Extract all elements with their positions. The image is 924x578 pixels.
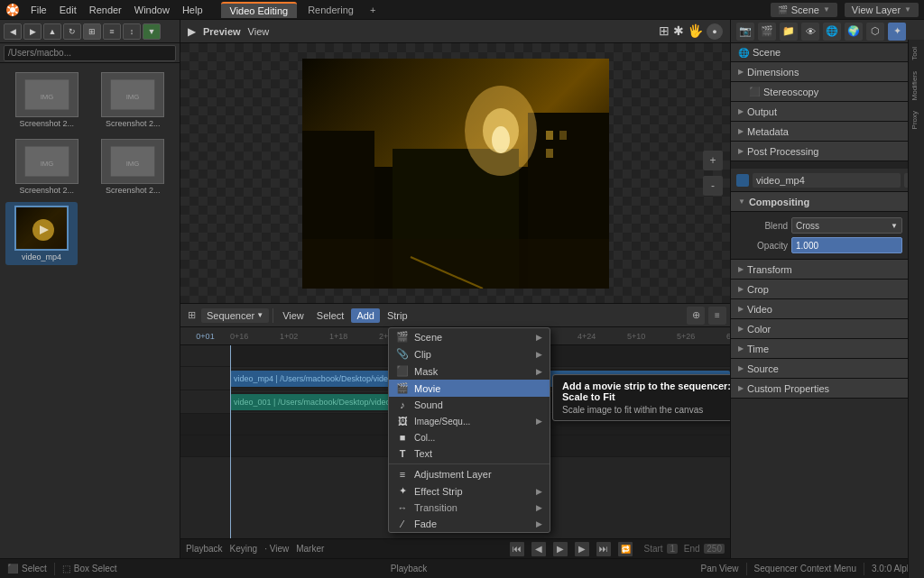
scene-selector[interactable]: 🎬 Scene ▼ <box>771 3 837 17</box>
view-layer-selector[interactable]: View Layer ▼ <box>845 3 919 17</box>
add-clip[interactable]: 📎 Clip ▶ <box>389 345 550 362</box>
section-output[interactable]: ▶ Output <box>731 102 924 122</box>
add-adjustment-icon: ≡ <box>396 469 409 480</box>
menu-help[interactable]: Help <box>177 3 208 17</box>
zoom-icon[interactable]: + <box>703 151 723 170</box>
add-color[interactable]: ■ Col... <box>389 429 550 445</box>
add-text[interactable]: T Text <box>389 445 550 462</box>
properties-panel: 📷 🎬 📁 👁 🌐 🌍 ⬡ ✦ 🌐 Scene ▶ Dimensions <box>730 20 924 558</box>
seq-menu-add[interactable]: Add <box>351 308 380 323</box>
side-tab-proxy[interactable]: Proxy <box>910 107 923 133</box>
file-nav-forward[interactable]: ▶ <box>23 23 42 40</box>
section-transform[interactable]: ▶ Transform <box>731 260 924 280</box>
section-custom-props[interactable]: ▶ Custom Properties <box>731 379 924 399</box>
file-sort[interactable]: ↕ <box>123 23 141 40</box>
section-post-processing[interactable]: ▶ Post Processing <box>731 142 924 161</box>
loop-btn[interactable]: 🔁 <box>618 542 633 556</box>
end-frame[interactable]: 250 <box>704 544 725 554</box>
add-adjustment[interactable]: ≡ Adjustment Layer <box>389 466 550 482</box>
file-nav-back[interactable]: ◀ <box>4 23 22 40</box>
section-color[interactable]: ▶ Color <box>731 319 924 339</box>
zoom-out-icon[interactable]: - <box>703 176 723 196</box>
compositing-header[interactable]: ▼ Compositing <box>731 192 924 212</box>
props-icon-object[interactable]: ⬡ <box>866 23 884 41</box>
strip-name[interactable]: video_mp4 <box>753 173 901 188</box>
section-stereoscopy[interactable]: ⬛ Stereoscopy <box>731 82 924 102</box>
first-frame-btn[interactable]: ⏮ <box>510 542 524 556</box>
svg-rect-32 <box>546 149 553 158</box>
file-view-list[interactable]: ≡ <box>103 23 121 40</box>
file-item[interactable]: IMG Screenshot 2... <box>5 135 88 198</box>
section-dimensions[interactable]: ▶ Dimensions <box>731 62 924 82</box>
keying-menu[interactable]: Keying <box>230 544 258 554</box>
section-source[interactable]: ▶ Source <box>731 359 924 379</box>
add-scene[interactable]: 🎬 Scene ▶ <box>389 328 550 345</box>
menu-render[interactable]: Render <box>84 3 127 17</box>
last-frame-btn[interactable]: ⏭ <box>596 542 611 556</box>
section-metadata[interactable]: ▶ Metadata <box>731 122 924 142</box>
file-item[interactable]: IMG Screenshot 2... <box>92 135 175 198</box>
file-item[interactable]: IMG Screenshot 2... <box>92 69 175 132</box>
marker-menu[interactable]: Marker <box>296 544 324 554</box>
file-view-toggle[interactable]: ⊞ <box>83 23 101 40</box>
view-menu-bottom[interactable]: · View <box>264 544 289 554</box>
props-icon-render2[interactable]: 🎬 <box>758 23 776 41</box>
pan-view-label: Pan View <box>700 564 738 573</box>
opacity-input[interactable]: 1.000 <box>791 237 902 253</box>
tab-rendering[interactable]: Rendering <box>299 3 363 17</box>
preview-icon2[interactable]: ✱ <box>673 23 684 40</box>
strip-icon <box>736 174 749 187</box>
prev-frame-btn[interactable]: ◀ <box>531 542 546 556</box>
seq-menu-strip[interactable]: Strip <box>382 308 413 323</box>
file-filter[interactable]: ▼ <box>143 23 161 40</box>
section-crop[interactable]: ▶ Crop <box>731 280 924 299</box>
tab-add[interactable]: + <box>365 3 381 17</box>
play-btn[interactable]: ▶ <box>553 542 568 556</box>
file-path[interactable]: /Users/macbo... <box>4 45 176 61</box>
opacity-label: Opacity <box>738 241 788 251</box>
blend-select[interactable]: Cross ▼ <box>791 217 902 234</box>
playback-menu[interactable]: Playback <box>186 544 223 554</box>
add-effect-strip[interactable]: ✦ Effect Strip ▶ <box>389 482 550 500</box>
add-sound[interactable]: ♪ Sound <box>389 397 550 413</box>
props-icon-world[interactable]: 🌍 <box>845 23 863 41</box>
add-transition[interactable]: ↔ Transition ▶ <box>389 500 550 516</box>
add-movie[interactable]: 🎬 Movie <box>389 380 550 397</box>
seq-icon2[interactable]: ≡ <box>708 307 726 325</box>
expand-metadata-icon: ▶ <box>738 127 744 135</box>
select-mode-label: Select <box>22 564 47 573</box>
preview-icon4[interactable]: ● <box>707 23 723 40</box>
file-nav-up[interactable]: ▲ <box>43 23 61 40</box>
file-item[interactable]: IMG Screenshot 2... <box>5 69 88 132</box>
add-image[interactable]: 🖼 Image/Sequ... ▶ <box>389 413 550 429</box>
seq-menu-view[interactable]: View <box>277 308 310 323</box>
status-bar: ⬛ Select ⬚ Box Select Playback Pan View … <box>0 558 924 578</box>
side-tab-tool[interactable]: Tool <box>910 43 923 64</box>
video-strip-2[interactable]: video_001 | /Users/macbook/Desktop/video… <box>230 394 405 410</box>
seq-menu-select[interactable]: Select <box>311 308 350 323</box>
preview-icon1[interactable]: ⊞ <box>659 23 670 40</box>
side-tab-modifiers[interactable]: Modifiers <box>910 68 923 104</box>
props-icon-particles[interactable]: ✦ <box>888 23 906 41</box>
seq-magnet[interactable]: ⊕ <box>687 307 705 325</box>
start-frame[interactable]: 1 <box>667 544 678 554</box>
playhead <box>230 345 231 538</box>
props-icon-output[interactable]: 📁 <box>780 23 798 41</box>
props-icon-render[interactable]: 📷 <box>736 23 754 41</box>
add-mask[interactable]: ⬛ Mask ▶ <box>389 362 550 380</box>
section-video[interactable]: ▶ Video <box>731 299 924 319</box>
props-icon-view[interactable]: 👁 <box>801 23 819 41</box>
props-icon-scene[interactable]: 🌐 <box>823 23 841 41</box>
add-fade[interactable]: ∕ Fade ▶ <box>389 516 550 532</box>
crop-label: Crop <box>747 284 769 295</box>
menu-edit[interactable]: Edit <box>54 3 82 17</box>
next-frame-btn[interactable]: ▶ <box>575 542 589 556</box>
sequencer-name[interactable]: Sequencer ▼ <box>201 308 269 323</box>
file-refresh[interactable]: ↻ <box>63 23 81 40</box>
menu-file[interactable]: File <box>25 3 52 17</box>
tab-video-editing[interactable]: Video Editing <box>221 2 298 18</box>
menu-window[interactable]: Window <box>129 3 175 17</box>
section-time[interactable]: ▶ Time <box>731 339 924 359</box>
file-item-video[interactable]: video_mp4 <box>5 202 78 265</box>
preview-icon3[interactable]: 🖐 <box>688 23 703 40</box>
